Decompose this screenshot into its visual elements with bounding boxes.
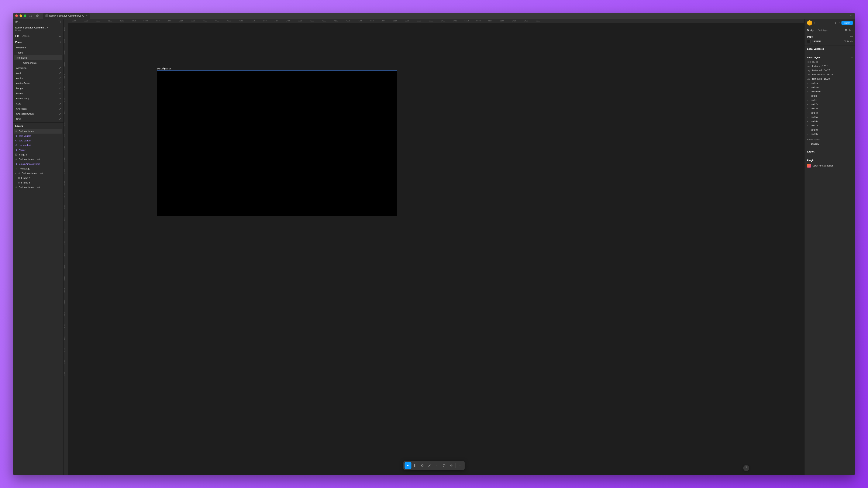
ruler-tick: -6350 [532, 19, 544, 23]
page-item[interactable]: Templates [14, 55, 62, 60]
page-item[interactable]: Avatar Group [13, 81, 63, 86]
search-button[interactable] [58, 35, 61, 37]
layer-item[interactable]: card-variant [13, 143, 63, 148]
text-style-item[interactable]: ▸text-2xl [807, 102, 853, 106]
text-style-item[interactable]: Agtext-small · 14/20 [807, 68, 853, 72]
text-style-item[interactable]: ▸text-3xl [807, 106, 853, 111]
dev-mode-tool[interactable] [457, 462, 464, 469]
user-avatar[interactable] [807, 20, 812, 26]
layer-item[interactable]: Avatar [13, 148, 63, 152]
text-style-item[interactable]: Agtext-medium · 16/24 [807, 72, 853, 77]
page-item[interactable]: Checkbox Group [13, 111, 63, 116]
text-tool[interactable] [434, 462, 440, 469]
text-style-item[interactable]: ▸text-xs [807, 81, 853, 85]
svg-rect-8 [422, 465, 423, 466]
page-item[interactable]: ButtonGroup [13, 96, 63, 101]
layer-item[interactable]: vuesax/linear/export [13, 162, 63, 166]
new-tab-button[interactable]: + [93, 14, 95, 18]
ruler-tick: 3250 [64, 356, 68, 368]
tab-design[interactable]: Design [807, 29, 814, 31]
overflow-menu-button[interactable] [850, 14, 853, 17]
window-minimize-button[interactable] [20, 14, 22, 17]
text-style-item[interactable]: ▸text-4xl [807, 111, 853, 115]
style-name: text-3xl [811, 107, 818, 110]
frame-tool[interactable]: ▾ [412, 462, 419, 469]
page-item[interactable]: Checkbox [13, 106, 63, 111]
frame-label[interactable]: Dark container [157, 67, 171, 70]
tab-prototype[interactable]: Prototype [818, 29, 828, 31]
remove-plugin-button[interactable]: − [851, 164, 853, 167]
text-style-item[interactable]: ▸text-5xl [807, 115, 853, 119]
window-maximize-button[interactable] [24, 14, 26, 17]
text-style-item[interactable]: ▸text-base [807, 89, 853, 94]
expand-chevron-icon[interactable]: ▾ [15, 173, 17, 174]
page-item[interactable]: Welcome [13, 45, 63, 50]
page-name: Alert [16, 72, 21, 74]
ruler-tick: 1900 [64, 35, 68, 47]
layer-item[interactable]: ▾Dark containerdark [13, 171, 63, 176]
layer-item[interactable]: card-variant [13, 133, 63, 138]
text-style-item[interactable]: ▸text-7xl [807, 123, 853, 128]
layer-item[interactable]: Dark containerdark [13, 157, 63, 162]
text-style-item[interactable]: Agtext-large · 18/28 [807, 77, 853, 81]
layer-item[interactable]: image 1 [13, 152, 63, 157]
page-item[interactable]: Alert [13, 70, 63, 75]
layer-item[interactable]: card-variant [13, 138, 63, 143]
page-item[interactable]: - - - - - Components - - - - - - [13, 60, 63, 65]
layer-item[interactable]: Dark containerdark [13, 185, 63, 190]
text-style-item[interactable]: ▸text-xl [807, 98, 853, 102]
page-item[interactable]: Accordion [13, 65, 63, 70]
ruler-tick: -6600 [472, 19, 484, 23]
layer-item[interactable]: Dark container [14, 129, 62, 133]
page-item[interactable]: Button [13, 91, 63, 96]
text-style-item[interactable]: ▸text-lg [807, 94, 853, 98]
page-item[interactable]: Card [13, 101, 63, 106]
layer-item[interactable]: Frame 2 [13, 176, 63, 180]
page-item[interactable]: Chip [13, 116, 63, 121]
canvas-area[interactable]: -8300-8250-8200-8150-8100-8050-8000-7950… [64, 19, 804, 475]
selected-frame[interactable] [157, 70, 397, 216]
plugin-item[interactable]: Open html.to.design − [807, 162, 853, 169]
text-style-item[interactable]: Agtext-tiny · 12/16 [807, 64, 853, 68]
layer-name: Frame 2 [21, 177, 30, 179]
layer-item[interactable]: Frame 3 [13, 180, 63, 185]
add-export-button[interactable]: + [851, 150, 853, 153]
page-item[interactable]: Theme [13, 50, 63, 55]
text-style-item[interactable]: ▸text-6xl [807, 119, 853, 123]
text-style-item[interactable]: ▸text-8xl [807, 128, 853, 132]
text-style-item[interactable]: ▸text-sm [807, 85, 853, 89]
add-page-button[interactable]: + [60, 41, 61, 43]
file-tab[interactable]: NextUI Figma Kit (Community) (C × [43, 13, 90, 19]
shape-tool[interactable]: ▾ [419, 462, 426, 469]
tab-assets[interactable]: Assets [23, 35, 30, 37]
present-button[interactable] [834, 22, 837, 24]
actions-tool[interactable] [448, 462, 455, 469]
share-button[interactable]: Share [841, 21, 853, 25]
add-style-button[interactable]: + [851, 56, 853, 59]
community-button[interactable] [35, 13, 40, 18]
color-hex-input[interactable] [812, 40, 825, 43]
main-menu-button[interactable]: ▾ [15, 20, 20, 23]
toggle-panels-button[interactable] [58, 20, 61, 23]
color-swatch[interactable] [807, 40, 810, 43]
close-tab-icon[interactable]: × [86, 14, 88, 17]
effect-style-item[interactable]: ▸shadow [807, 142, 853, 146]
file-info[interactable]: NextUI Figma Kit (Communi... ▾ Drafts [13, 25, 63, 33]
zoom-control[interactable]: 101% ▾ [845, 29, 853, 31]
visibility-toggle-icon[interactable] [850, 40, 853, 43]
opacity-input[interactable] [840, 40, 846, 43]
page-item[interactable]: Badge [13, 86, 63, 91]
page-item[interactable]: Avatar [13, 75, 63, 81]
variables-settings-icon[interactable] [850, 48, 853, 50]
layer-item[interactable]: Homepage [13, 166, 63, 171]
home-button[interactable] [28, 13, 33, 18]
text-style-item[interactable]: ▸text-9xl [807, 132, 853, 136]
help-button[interactable]: ? [743, 465, 749, 471]
window-close-button[interactable] [15, 14, 18, 17]
canvas[interactable]: Dark container [68, 23, 804, 475]
move-tool[interactable]: ▾ [405, 462, 411, 469]
page-settings-icon[interactable] [850, 35, 853, 38]
tab-file[interactable]: File [15, 35, 19, 37]
comment-tool[interactable] [441, 462, 447, 469]
pen-tool[interactable]: ▾ [426, 462, 433, 469]
